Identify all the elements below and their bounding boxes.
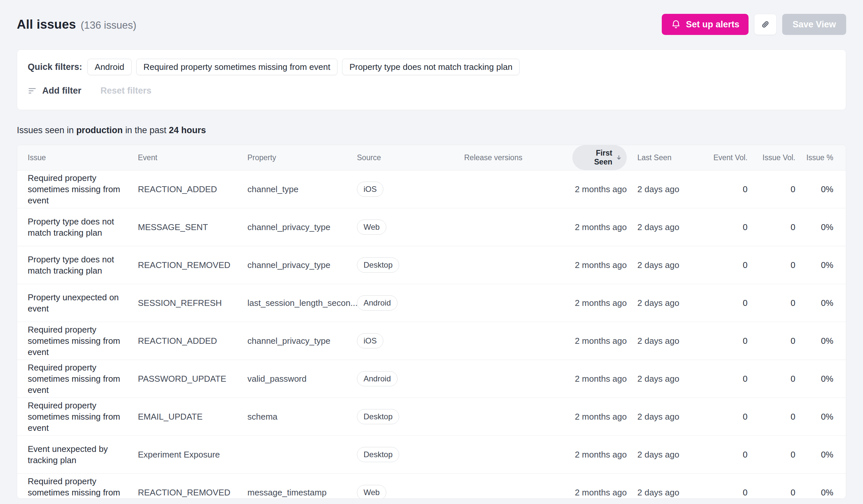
quick-filter-chip[interactable]: Android: [87, 59, 132, 75]
issues-page: All issues (136 issues) Set up alerts: [0, 0, 863, 504]
quick-filter-chip[interactable]: Required property sometimes missing from…: [136, 59, 337, 75]
add-filter-label: Add filter: [42, 86, 82, 96]
quick-filter-chips: AndroidRequired property sometimes missi…: [87, 59, 520, 75]
issue-count: (136 issues): [80, 20, 136, 31]
last-seen-cell: 2 days ago: [627, 208, 702, 246]
sorted-column-pill[interactable]: First Seen: [572, 145, 627, 170]
first-seen-cell: 2 months ago: [572, 208, 627, 246]
bell-icon: [671, 20, 681, 29]
source-cell: Android: [357, 360, 464, 398]
release-versions-cell: [464, 208, 572, 246]
property-cell: channel_privacy_type: [247, 322, 357, 360]
arrow-down-icon: [616, 154, 622, 161]
quick-filters-card: Quick filters: AndroidRequired property …: [17, 50, 846, 110]
source-cell: Android: [357, 284, 464, 322]
release-versions-cell: [464, 398, 572, 436]
add-filter-button[interactable]: Add filter: [28, 86, 82, 96]
issue-vol-cell: 0: [748, 436, 796, 474]
property-cell: channel_privacy_type: [247, 208, 357, 246]
source-cell: iOS: [357, 322, 464, 360]
source-cell: Web: [357, 474, 464, 499]
event-cell: REACTION_ADDED: [138, 322, 247, 360]
table-row[interactable]: Required property sometimes missing from…: [17, 170, 846, 208]
table-row[interactable]: Required property sometimes missing from…: [17, 474, 846, 499]
event-cell: REACTION_REMOVED: [138, 246, 247, 284]
issue-cell: Property unexpected on event: [17, 284, 138, 322]
column-header-issue[interactable]: Issue: [17, 145, 138, 170]
first-seen-cell: 2 months ago: [572, 322, 627, 360]
source-cell: Desktop: [357, 246, 464, 284]
column-header-last-seen[interactable]: Last Seen: [627, 145, 702, 170]
issue-pct-cell: 0%: [796, 208, 846, 246]
column-header-issue-vol[interactable]: Issue Vol.: [748, 145, 796, 170]
sorted-column-label: First Seen: [579, 148, 612, 167]
event-vol-cell: 0: [702, 322, 748, 360]
save-view-button[interactable]: Save View: [782, 14, 846, 35]
first-seen-cell: 2 months ago: [572, 360, 627, 398]
first-seen-cell: 2 months ago: [572, 398, 627, 436]
source-badge: Android: [357, 371, 398, 386]
issue-cell: Required property sometimes missing from…: [17, 170, 138, 208]
column-header-property[interactable]: Property: [247, 145, 357, 170]
release-versions-cell: [464, 284, 572, 322]
property-cell: last_session_length_secon...: [247, 284, 357, 322]
column-header-first-seen[interactable]: First Seen: [572, 145, 627, 170]
source-badge: Web: [357, 485, 386, 499]
table-row[interactable]: Required property sometimes missing from…: [17, 360, 846, 398]
table-row[interactable]: Property unexpected on eventSESSION_REFR…: [17, 284, 846, 322]
filter-actions-row: Add filter Reset filters: [28, 86, 835, 96]
column-header-source[interactable]: Source: [357, 145, 464, 170]
column-header-event[interactable]: Event: [138, 145, 247, 170]
filter-lines-icon: [28, 86, 37, 95]
column-header-issue[interactable]: Issue %: [796, 145, 846, 170]
event-vol-cell: 0: [702, 398, 748, 436]
issue-cell: Property type does not match tracking pl…: [17, 246, 138, 284]
quick-filters-row: Quick filters: AndroidRequired property …: [28, 59, 835, 75]
issues-table: IssueEventPropertySourceRelease versions…: [17, 145, 846, 499]
source-cell: Desktop: [357, 436, 464, 474]
column-header-release-versions[interactable]: Release versions: [464, 145, 572, 170]
source-badge: Desktop: [357, 409, 399, 424]
table-row[interactable]: Property type does not match tracking pl…: [17, 208, 846, 246]
scope-prefix: Issues seen in: [17, 125, 74, 135]
table-row[interactable]: Required property sometimes missing from…: [17, 322, 846, 360]
event-vol-cell: 0: [702, 284, 748, 322]
issue-pct-cell: 0%: [796, 474, 846, 499]
property-cell: channel_privacy_type: [247, 246, 357, 284]
source-cell: Web: [357, 208, 464, 246]
issue-cell: Required property sometimes missing from…: [17, 398, 138, 436]
property-cell: schema: [247, 398, 357, 436]
event-vol-cell: 0: [702, 360, 748, 398]
page-title: All issues: [17, 17, 76, 31]
source-badge: Web: [357, 220, 386, 235]
last-seen-cell: 2 days ago: [627, 360, 702, 398]
quick-filter-chip[interactable]: Property type does not match tracking pl…: [342, 59, 520, 75]
table-row[interactable]: Event unexpected by tracking planExperim…: [17, 436, 846, 474]
issue-vol-cell: 0: [748, 170, 796, 208]
first-seen-cell: 2 months ago: [572, 284, 627, 322]
event-cell: EMAIL_UPDATE: [138, 398, 247, 436]
event-cell: REACTION_ADDED: [138, 170, 247, 208]
topbar: All issues (136 issues) Set up alerts: [0, 0, 863, 35]
scope-environment: production: [76, 125, 123, 135]
issue-cell: Event unexpected by tracking plan: [17, 436, 138, 474]
issue-vol-cell: 0: [748, 246, 796, 284]
first-seen-cell: 2 months ago: [572, 474, 627, 499]
issue-vol-cell: 0: [748, 360, 796, 398]
source-badge: Desktop: [357, 447, 399, 462]
table-row[interactable]: Property type does not match tracking pl…: [17, 246, 846, 284]
set-up-alerts-label: Set up alerts: [686, 20, 739, 30]
release-versions-cell: [464, 436, 572, 474]
property-cell: message_timestamp: [247, 474, 357, 499]
issue-vol-cell: 0: [748, 398, 796, 436]
last-seen-cell: 2 days ago: [627, 246, 702, 284]
last-seen-cell: 2 days ago: [627, 284, 702, 322]
source-cell: Desktop: [357, 398, 464, 436]
scope-line: Issues seen in production in the past 24…: [17, 125, 846, 135]
reset-filters-button[interactable]: Reset filters: [101, 86, 152, 96]
set-up-alerts-button[interactable]: Set up alerts: [662, 14, 749, 35]
column-header-event-vol[interactable]: Event Vol.: [702, 145, 748, 170]
table-row[interactable]: Required property sometimes missing from…: [17, 398, 846, 436]
copy-link-button[interactable]: [754, 14, 777, 35]
event-cell: SESSION_REFRESH: [138, 284, 247, 322]
